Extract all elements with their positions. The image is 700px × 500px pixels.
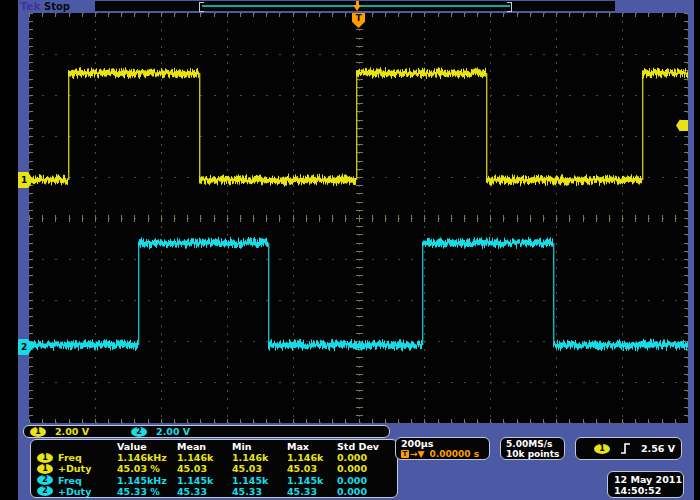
measurement-min: 1.146k <box>232 452 287 463</box>
measurement-stddev: 0.000 <box>337 463 389 474</box>
measurement-mean: 1.146k <box>177 452 232 463</box>
trigger-readout-box: 1 2.56 V <box>575 437 682 460</box>
trigger-source-badge: 1 <box>594 444 610 454</box>
measurement-name: Freq <box>58 475 82 486</box>
record-window-left-bracket <box>199 2 204 12</box>
measurement-min: 45.03 <box>232 463 287 474</box>
measurement-min: 1.145k <box>232 475 287 486</box>
channel-2-badge: 2 <box>37 486 53 496</box>
measurement-stddev: 0.000 <box>337 475 389 486</box>
channel-1-badge: 1 <box>30 427 46 437</box>
record-length: 10k points <box>506 449 564 459</box>
channel-1-scale: 2.00 V <box>55 426 89 437</box>
measurement-value: 1.146kHz <box>117 452 177 463</box>
measurement-panel: Value Mean Min Max Std Dev 1 Freq 1.146k… <box>30 439 398 498</box>
acquisition-readout-box: 5.00MS/s 10k points <box>500 437 565 460</box>
datetime-box: 12 May 2011 14:50:52 <box>607 471 684 498</box>
right-frame-band <box>688 13 694 423</box>
waveform-canvas <box>29 13 688 423</box>
measurement-stddev: 0.000 <box>337 486 389 497</box>
measurement-value: 45.03 % <box>117 463 177 474</box>
arrow-head <box>353 5 361 11</box>
meas-col-mean: Mean <box>177 441 232 452</box>
horizontal-readout-box: 200µs T→▼ 0.00000 s <box>395 437 490 460</box>
measurement-mean: 1.145k <box>177 475 232 486</box>
measurement-max: 45.33 <box>287 486 337 497</box>
trigger-level-readout: 2.56 V <box>641 443 675 454</box>
trigger-delay-icon: T <box>401 450 409 458</box>
meas-col-stddev: Std Dev <box>337 441 389 452</box>
channel-1-badge: 1 <box>37 453 53 463</box>
meas-col-spacer <box>33 441 117 452</box>
measurement-max: 45.03 <box>287 463 337 474</box>
measurement-row-label: 2 Freq <box>33 475 117 486</box>
meas-col-min: Min <box>232 441 287 452</box>
measurement-mean: 45.33 <box>177 486 232 497</box>
record-view-bar <box>95 1 615 11</box>
channel-2-badge: 2 <box>37 475 53 485</box>
measurement-row-label: 1 +Duty <box>33 463 117 474</box>
channel-scale-bar: 1 2.00 V 2 2.00 V <box>23 425 390 438</box>
meas-col-value: Value <box>117 441 177 452</box>
timebase-readout: 200µs <box>401 439 489 449</box>
channel-2-scale: 2.00 V <box>156 426 190 437</box>
date-readout: 12 May 2011 <box>614 474 683 485</box>
delay-arrows: →▼ <box>410 449 424 459</box>
meas-col-max: Max <box>287 441 337 452</box>
record-window-right-bracket <box>507 2 512 12</box>
measurement-row-label: 2 +Duty <box>33 486 117 497</box>
left-frame-band <box>18 13 29 423</box>
top-status-bar: Tek Stop <box>18 0 694 13</box>
channel-2-badge: 2 <box>131 427 147 437</box>
sample-rate: 5.00MS/s <box>506 439 564 449</box>
bottom-readout-area: 1 2.00 V 2 2.00 V Value Mean Min Max Std… <box>18 423 694 500</box>
measurement-value: 45.33 % <box>117 486 177 497</box>
measurement-name: Freq <box>58 452 82 463</box>
measurement-stddev: 0.000 <box>337 452 389 463</box>
tek-logo: Tek <box>20 0 41 13</box>
measurement-mean: 45.03 <box>177 463 232 474</box>
measurement-name: +Duty <box>58 486 91 497</box>
measurement-min: 45.33 <box>232 486 287 497</box>
time-readout: 14:50:52 <box>614 485 683 496</box>
measurement-max: 1.146k <box>287 452 337 463</box>
acquisition-status: Stop <box>44 1 70 12</box>
graticule-area: T 1 2 <box>29 13 688 423</box>
channel-1-badge: 1 <box>37 464 53 474</box>
trigger-position-down-arrow-icon <box>353 1 362 11</box>
measurement-max: 1.145k <box>287 475 337 486</box>
measurement-value: 1.145kHz <box>117 475 177 486</box>
trigger-delay-readout: T→▼ 0.00000 s <box>401 449 489 459</box>
delay-value: 0.00000 s <box>430 449 479 459</box>
measurement-row-label: 1 Freq <box>33 452 117 463</box>
measurement-name: +Duty <box>58 463 91 474</box>
oscilloscope-screen: Tek Stop T 1 2 1 2.00 V 2 2.00 V <box>0 0 700 500</box>
rising-edge-icon <box>620 442 631 455</box>
